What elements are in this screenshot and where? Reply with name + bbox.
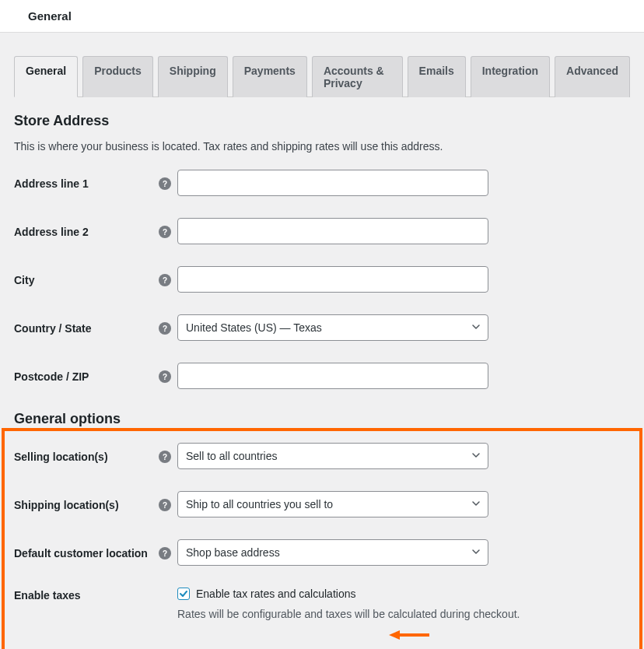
- checkbox-enable-taxes[interactable]: [177, 588, 190, 600]
- input-postcode[interactable]: [177, 363, 488, 389]
- tab-emails[interactable]: Emails: [408, 56, 466, 97]
- help-icon[interactable]: ?: [159, 499, 171, 511]
- label-shipping-location: Shipping location(s): [14, 499, 119, 511]
- input-address2[interactable]: [177, 218, 488, 244]
- row-enable-taxes: Enable taxes Enable tax rates and calcul…: [14, 588, 630, 620]
- row-city: City ?: [14, 266, 630, 293]
- label-address2: Address line 2: [14, 226, 89, 238]
- input-address1[interactable]: [177, 170, 488, 196]
- tab-general[interactable]: General: [14, 56, 78, 97]
- row-shipping-location: Shipping location(s) ? Ship to all count…: [14, 491, 630, 517]
- content-area: General Products Shipping Payments Accou…: [0, 33, 644, 649]
- settings-tabs: General Products Shipping Payments Accou…: [14, 56, 630, 97]
- row-address1: Address line 1 ?: [14, 170, 630, 196]
- label-selling-location: Selling location(s): [14, 451, 108, 463]
- svg-marker-1: [389, 630, 400, 640]
- select-default-value: Shop base address: [186, 546, 280, 559]
- select-selling-value: Sell to all countries: [186, 450, 278, 462]
- label-city: City: [14, 274, 34, 286]
- tab-shipping[interactable]: Shipping: [158, 56, 228, 97]
- help-icon[interactable]: ?: [159, 177, 171, 190]
- label-country: Country / State: [14, 322, 92, 335]
- help-icon[interactable]: ?: [159, 226, 171, 238]
- help-icon[interactable]: ?: [159, 274, 171, 286]
- store-address-desc: This is where your business is located. …: [14, 140, 630, 153]
- label-default-location: Default customer location: [14, 547, 148, 560]
- select-selling-location[interactable]: Sell to all countries: [177, 443, 488, 469]
- help-icon[interactable]: ?: [159, 322, 171, 335]
- top-bar-title: General: [28, 9, 72, 23]
- tab-integration[interactable]: Integration: [471, 56, 550, 97]
- select-shipping-location[interactable]: Ship to all countries you sell to: [177, 491, 488, 517]
- help-icon[interactable]: ?: [159, 451, 171, 463]
- row-country: Country / State ? United States (US) — T…: [14, 314, 630, 341]
- tab-products[interactable]: Products: [82, 56, 153, 97]
- label-postcode: Postcode / ZIP: [14, 370, 89, 383]
- label-address1: Address line 1: [14, 177, 89, 190]
- row-address2: Address line 2 ?: [14, 218, 630, 244]
- input-city[interactable]: [177, 266, 488, 293]
- select-country-value: United States (US) — Texas: [186, 321, 322, 334]
- help-icon[interactable]: ?: [159, 547, 171, 560]
- label-enable-taxes: Enable taxes: [14, 589, 81, 602]
- annotation-arrow-icon: [389, 629, 429, 644]
- top-bar: General: [0, 0, 644, 33]
- row-postcode: Postcode / ZIP ?: [14, 363, 630, 389]
- tab-accounts-privacy[interactable]: Accounts & Privacy: [312, 56, 403, 97]
- select-shipping-value: Ship to all countries you sell to: [186, 498, 333, 510]
- row-selling-location: Selling location(s) ? Sell to all countr…: [14, 443, 630, 469]
- help-icon[interactable]: ?: [159, 370, 171, 383]
- enable-taxes-desc: Rates will be configurable and taxes wil…: [177, 608, 630, 620]
- checkbox-enable-taxes-label[interactable]: Enable tax rates and calculations: [196, 588, 355, 600]
- tab-payments[interactable]: Payments: [233, 56, 307, 97]
- select-country[interactable]: United States (US) — Texas: [177, 314, 488, 341]
- store-address-title: Store Address: [14, 113, 630, 129]
- row-default-location: Default customer location ? Shop base ad…: [14, 539, 630, 566]
- tab-advanced[interactable]: Advanced: [555, 56, 630, 97]
- general-options-title: General options: [14, 411, 630, 427]
- select-default-location[interactable]: Shop base address: [177, 539, 488, 566]
